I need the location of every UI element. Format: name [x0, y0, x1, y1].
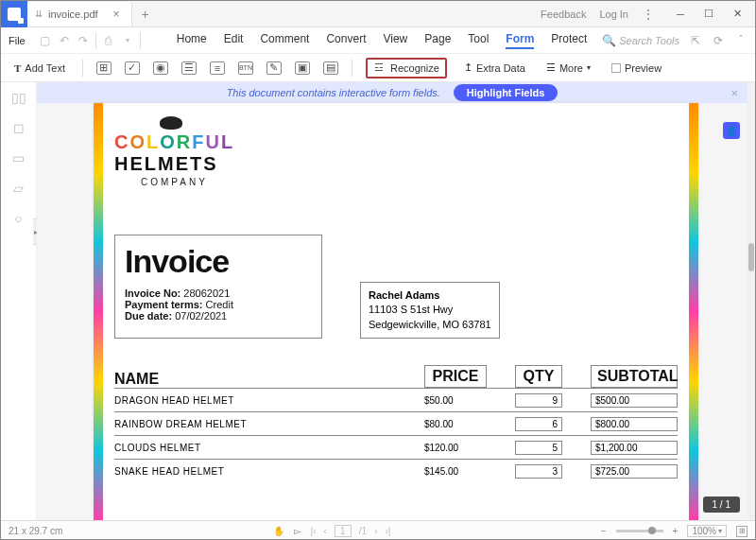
- hand-tool-icon[interactable]: ✋: [273, 526, 284, 536]
- print-icon[interactable]: ⎙: [102, 34, 115, 47]
- scrollbar-thumb[interactable]: [748, 243, 754, 271]
- page-nav: |‹ ‹ 1 /1 › ›|: [311, 525, 391, 537]
- left-sidebar: ▯▯ ◻ ▭ ▱ ○: [1, 82, 37, 520]
- recognize-button[interactable]: ☲ Recognize: [366, 58, 447, 78]
- tab-form[interactable]: Form: [506, 32, 534, 49]
- radio-field-icon[interactable]: ◉: [153, 61, 168, 75]
- due-date-value: 07/02/2021: [175, 310, 227, 322]
- add-text-button[interactable]: T Add Text: [10, 61, 69, 76]
- vertical-scrollbar[interactable]: [747, 82, 755, 520]
- undo-icon[interactable]: ↶: [58, 34, 71, 47]
- list-field-icon[interactable]: ≡: [210, 61, 225, 75]
- more-button[interactable]: ☰ More ▾: [542, 60, 594, 76]
- zoom-out-icon[interactable]: −: [601, 526, 607, 536]
- text-field-icon[interactable]: ⊞: [96, 61, 112, 75]
- tab-comment[interactable]: Comment: [260, 32, 309, 49]
- search-tools[interactable]: 🔍 Search Tools: [602, 34, 679, 47]
- tab-page[interactable]: Page: [424, 32, 451, 49]
- main-tabs: Home Edit Comment Convert View Page Tool…: [177, 32, 588, 49]
- app-logo: [1, 1, 27, 27]
- form-info-bar: This document contains interactive form …: [37, 82, 747, 103]
- select-tool-icon[interactable]: ▻: [294, 526, 301, 536]
- chevron-down-icon: ▾: [587, 63, 591, 72]
- item-subtotal-field[interactable]: $1,200.00: [591, 441, 678, 455]
- file-menu[interactable]: File: [9, 35, 26, 46]
- document-tab[interactable]: ⇊ invoice.pdf ×: [27, 2, 132, 26]
- save-icon[interactable]: ▢: [39, 34, 52, 47]
- next-page-icon[interactable]: ›: [374, 526, 377, 536]
- due-date-label: Due date:: [125, 310, 172, 322]
- extra-data-button[interactable]: ↥ Extra Data: [460, 60, 529, 76]
- new-tab-button[interactable]: +: [142, 7, 149, 22]
- fields-panel-icon[interactable]: ▱: [11, 181, 26, 196]
- item-qty-field[interactable]: 3: [515, 464, 562, 479]
- kebab-menu-icon[interactable]: ⋮: [642, 7, 655, 22]
- customer-addr2: Sedgewickville, MO 63781: [369, 318, 491, 332]
- more-label: More: [559, 62, 583, 74]
- decorative-strip-right: [689, 103, 698, 520]
- item-subtotal-field[interactable]: $800.00: [591, 417, 678, 431]
- tab-label: invoice.pdf: [48, 9, 98, 20]
- fit-page-icon[interactable]: ⊞: [736, 526, 747, 537]
- statusbar: 21 x 29.7 cm ✋ ▻ |‹ ‹ 1 /1 › ›| − + 100%…: [1, 520, 755, 540]
- dropdown-caret-icon[interactable]: ▾: [121, 34, 134, 47]
- search-panel-icon[interactable]: ○: [11, 211, 26, 226]
- combo-field-icon[interactable]: ☰: [181, 61, 197, 75]
- item-qty-field[interactable]: 5: [515, 441, 562, 455]
- page-content: COLORFUL HELMETS COMPANY Invoice Invoice…: [114, 116, 678, 520]
- share-icon[interactable]: ⇱: [689, 34, 702, 47]
- col-subtotal: SUBTOTAL: [591, 365, 678, 388]
- zoom-value: 100%: [692, 526, 716, 536]
- zoom-select[interactable]: 100% ▾: [687, 525, 727, 537]
- close-tab-icon[interactable]: ×: [113, 8, 120, 21]
- tab-tool[interactable]: Tool: [468, 32, 489, 49]
- tab-convert[interactable]: Convert: [326, 32, 366, 49]
- last-page-icon[interactable]: ›|: [386, 526, 391, 536]
- signature-field-icon[interactable]: ✎: [266, 61, 282, 75]
- checkbox-field-icon[interactable]: ✓: [125, 61, 140, 75]
- close-window-button[interactable]: ✕: [725, 4, 749, 25]
- attachments-icon[interactable]: ▭: [11, 150, 26, 165]
- item-subtotal-field[interactable]: $500.00: [591, 393, 678, 408]
- brand-line2: HELMETS: [114, 153, 218, 175]
- maximize-button[interactable]: ☐: [696, 4, 721, 25]
- item-price: $145.00: [424, 466, 487, 477]
- tab-view[interactable]: View: [383, 32, 407, 49]
- image-field-icon[interactable]: ▣: [295, 61, 310, 75]
- decorative-strip-left: [94, 103, 103, 520]
- collapse-ribbon-icon[interactable]: ˆ: [734, 34, 747, 47]
- table-row: RAINBOW DREAM HELMET $80.00 6 $800.00: [114, 411, 678, 435]
- payment-terms-value: Credit: [206, 299, 233, 310]
- item-qty-field[interactable]: 9: [515, 393, 562, 408]
- text-icon: T: [14, 62, 21, 74]
- user-badge-icon[interactable]: 👤: [723, 122, 740, 139]
- tab-home[interactable]: Home: [177, 32, 207, 49]
- item-price: $50.00: [424, 395, 487, 406]
- bookmarks-icon[interactable]: ◻: [11, 120, 26, 135]
- item-subtotal-field[interactable]: $725.00: [591, 464, 678, 479]
- info-close-icon[interactable]: ×: [730, 86, 738, 100]
- login-link[interactable]: Log In: [599, 9, 628, 20]
- tab-protect[interactable]: Protect: [551, 32, 587, 49]
- page-input[interactable]: 1: [335, 525, 352, 537]
- item-qty-field[interactable]: 6: [515, 417, 562, 431]
- button-field-icon[interactable]: BTN: [238, 61, 253, 75]
- tab-edit[interactable]: Edit: [224, 32, 244, 49]
- form-ribbon: T Add Text ⊞ ✓ ◉ ☰ ≡ BTN ✎ ▣ ▤ ☲ Recogni…: [1, 54, 755, 82]
- zoom-slider[interactable]: [616, 530, 663, 532]
- zoom-in-icon[interactable]: +: [673, 526, 679, 536]
- table-row: CLOUDS HELMET $120.00 5 $1,200.00: [114, 435, 678, 459]
- feedback-link[interactable]: Feedback: [541, 9, 586, 20]
- highlight-fields-button[interactable]: Highlight Fields: [454, 84, 558, 101]
- minimize-button[interactable]: ─: [668, 4, 693, 25]
- thumbnails-icon[interactable]: ▯▯: [11, 90, 26, 105]
- date-field-icon[interactable]: ▤: [323, 61, 338, 75]
- cloud-icon[interactable]: ⟳: [712, 34, 725, 47]
- prev-page-icon[interactable]: ‹: [323, 526, 326, 536]
- pdf-page: COLORFUL HELMETS COMPANY Invoice Invoice…: [94, 103, 698, 520]
- redo-icon[interactable]: ↷: [77, 34, 90, 47]
- first-page-icon[interactable]: |‹: [311, 526, 317, 536]
- quick-access-toolbar: ▢ ↶ ↷ ⎙ ▾: [39, 32, 141, 49]
- info-message: This document contains interactive form …: [227, 87, 440, 98]
- preview-toggle[interactable]: Preview: [608, 61, 665, 76]
